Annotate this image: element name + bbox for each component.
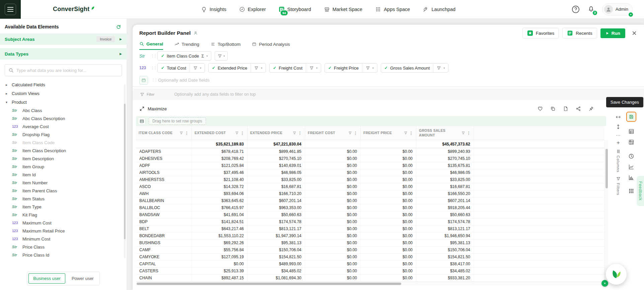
business-user-button[interactable]: Business user [28,273,65,284]
date-fields-row[interactable]: ⋮⋮ Optionally add Date fields [133,74,644,87]
data-field-price-class[interactable]: StrPrice Class [0,243,127,251]
chip-filter-button[interactable]: ▾ [251,64,266,72]
table-view-button[interactable] [628,128,634,134]
tab-period-analysis[interactable]: Period Analysis [252,41,290,50]
line-chart-button[interactable] [628,164,634,170]
favorite-heart-button[interactable] [538,106,543,111]
table-row[interactable]: AIRTOOLS$37,495.46$46,986.05$0.00$0.00$4… [136,169,604,176]
help-button[interactable] [571,5,580,14]
resize-horizontal-button[interactable] [616,114,621,120]
resize-vertical-button[interactable] [616,124,621,129]
field-chip-freight-cost[interactable]: ✓Freight Cost▾ [269,63,321,73]
table-row[interactable]: ADPF$121,025.84$140,639.01$0.00$0.00$135… [136,162,604,169]
column-header-gross-sales-amount[interactable]: GROSS SALES AMOUNT⋮ [416,126,474,140]
add-button[interactable]: + [617,141,620,145]
column-header-extended-price[interactable]: EXTENDED PRICE⋮ [247,126,305,140]
tab-general[interactable]: General [139,41,163,50]
recents-button[interactable]: Recents [562,28,597,38]
notifications-button[interactable]: 3 [587,5,595,14]
maximize-button[interactable]: Maximize [139,106,167,111]
chip-filter-button[interactable]: ▾ [362,64,377,72]
table-row[interactable]: ASCO$14,328.72$16,687.81$0.00$0.00$16,68… [136,183,604,190]
data-field-abc-class[interactable]: StrAbc Class [0,106,127,114]
hamburger-menu-button[interactable] [0,0,21,19]
refresh-icon[interactable] [116,24,121,29]
data-types-section[interactable]: Data Types ▶ [0,48,127,60]
tree-group-custom-views[interactable]: ▸Custom Views [0,89,127,98]
nav-item-explorer[interactable]: Explorer [239,6,266,12]
table-row[interactable]: BANDSAW$41,691.04$50,660.63$0.00$0.00$50… [136,211,604,218]
field-chip-total-cost[interactable]: ✓Total Cost▾ [157,63,205,73]
table-row[interactable]: BALLBLOC$766,415.97$963,353.00$0.00$0.00… [136,204,604,211]
field-chip-gross-sales-amount[interactable]: ✓Gross Sales Amount▾ [381,63,449,73]
chip-filter-button[interactable]: ▾ [433,64,448,72]
chip-filter-button[interactable]: ▾ [190,64,205,72]
filters-panel-tab[interactable]: Filters [616,177,621,195]
data-field-item-description[interactable]: StrItem Description [0,155,127,163]
data-field-price-class-id[interactable]: StrPrice Class Id [0,251,127,259]
table-row[interactable]: BELT$643,217.46$813,121.17$0.00$0.00$813… [136,225,604,232]
table-row[interactable]: ADHESIVES$208,769.42$270,745.10$0.00$0.0… [136,155,604,162]
apps-grid-button[interactable] [628,188,634,194]
nav-item-insights[interactable]: Insights [201,6,226,12]
nav-item-market-space[interactable]: Market Space [324,6,362,12]
row-groups-drop-zone[interactable]: Drag here to set row groups [136,116,606,126]
column-filter-icon[interactable] [404,131,408,135]
tab-trending[interactable]: Trending [174,41,199,50]
user-menu[interactable]: Admin ▼ [602,3,633,15]
column-menu-icon[interactable]: ⋮ [409,131,413,135]
column-menu-icon[interactable]: ⋮ [354,131,358,135]
nav-item-storyboard[interactable]: 94Storyboard [279,6,311,12]
column-menu-icon[interactable]: ⋮ [240,131,244,135]
history-button[interactable] [628,153,634,159]
data-field-item-parent-class[interactable]: StrItem Parent Class [0,187,127,195]
table-row[interactable]: BONDEDABR$1,553,110.22$1,947,390.14$0.00… [136,232,604,239]
scrollbar-thumb[interactable] [605,149,608,188]
conversight-assistant-button[interactable] [606,264,627,285]
tab-top-bottom[interactable]: Top/Bottom [211,41,240,50]
data-field-item-group[interactable]: StrItem Group [0,163,127,171]
field-chip-extended-price[interactable]: ✓Extended Price▾ [208,63,266,73]
data-field-dropship-flag[interactable]: StrDropship Flag [0,130,127,138]
power-user-button[interactable]: Power user [67,274,98,283]
table-row[interactable]: AMHERSTSS$21,108.40$33,825.00$0.00$0.00$… [136,176,604,183]
data-field-kit-flag[interactable]: StrKit Flag [0,211,127,219]
search-input[interactable] [16,68,118,73]
column-filter-icon[interactable] [461,131,465,135]
pivot-view-button[interactable] [628,139,634,145]
drag-handle-icon[interactable]: ⋮⋮ [151,66,154,70]
data-field-maximum-cost[interactable]: 123Maximum Cost [0,219,127,227]
table-row[interactable]: BALLBEARIN$363,645.62$607,201.14$0.00$0.… [136,197,604,204]
field-chip-freight-price[interactable]: ✓Freight Price▾ [325,63,377,73]
scrollbar-thumb[interactable] [124,104,126,239]
column-filter-icon[interactable] [180,131,183,135]
column-header-freight-price[interactable]: FREIGHT PRICE⋮ [361,126,416,140]
column-filter-icon[interactable] [293,131,296,135]
data-field-item-type[interactable]: StrItem Type [0,203,127,211]
sidebar-scrollbar[interactable] [124,84,126,258]
table-row[interactable]: CAMYOKE$127,095.19$154,821.50$0.00$0.00$… [136,254,604,261]
totals-row[interactable]: $35,621,189.83$47,221,830.04$45,457,373.… [136,140,604,148]
table-row[interactable]: CASTERS$25,913.39$34,485.02$0.00$0.00$34… [136,268,604,275]
save-changes-button[interactable] [626,112,636,122]
table-row[interactable]: AWH$93,694.06$166,710.20$0.00$0.00$166,5… [136,190,604,197]
brand-logo[interactable]: ConverSight [53,6,95,13]
run-button[interactable]: Run [600,28,625,38]
table-row[interactable]: CAMF$55,756.84$150,706.04$0.00$0.00$150,… [136,247,604,254]
column-header-item-class-code[interactable]: ITEM CLASS CODE⋮ [136,126,192,140]
column-header-freight-cost[interactable]: FREIGHT COST⋮ [305,126,361,140]
scroll-indicator-button[interactable]: ▾ [601,280,608,287]
favorites-button[interactable]: Favorites [522,28,559,38]
vertical-scrollbar[interactable] [604,140,608,282]
table-row[interactable]: CHAIN$892,487.15$1,081,694.30$0.00$0.00$… [136,275,604,282]
tree-group-calculated-fields[interactable]: ▸Calculated Fields [0,80,127,89]
table-row[interactable]: ADAPTERS$678,418.71$899,461.85$0.00$0.00… [136,148,604,155]
data-field-minimum-cost[interactable]: 123Minimum Cost [0,235,127,243]
data-field-item-class-description[interactable]: StrItem Class Description [0,147,127,155]
data-field-maximum-retail-price[interactable]: 123Maximum Retail Price [0,227,127,235]
subject-areas-section[interactable]: Subject Areas Invoice ▶ [0,33,127,45]
pin-button[interactable] [588,106,594,111]
chip-filter-button[interactable]: ▾ [306,64,321,72]
column-menu-icon[interactable]: ⋮ [467,131,471,135]
table-row[interactable]: CAPITAL$0.00$489,993.00$0.00$0.00$38,417… [136,261,604,268]
